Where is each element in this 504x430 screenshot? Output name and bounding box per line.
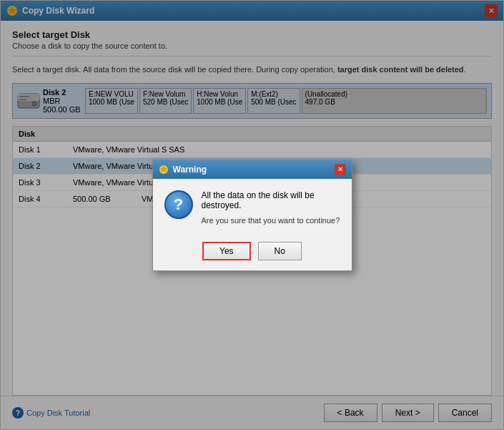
warning-modal: Warning ✕ ? All the data on the disk wil…	[152, 160, 352, 271]
modal-warning-icon	[159, 165, 169, 175]
modal-question-icon: ?	[164, 190, 193, 219]
modal-line1: All the data on the disk will be destroy…	[202, 190, 340, 210]
modal-title-left: Warning	[159, 165, 207, 175]
modal-title-bar: Warning ✕	[153, 160, 352, 179]
modal-yes-button[interactable]: Yes	[202, 242, 251, 260]
modal-close-button[interactable]: ✕	[335, 164, 346, 175]
modal-line2: Are you sure that you want to continue?	[202, 216, 340, 225]
modal-buttons: Yes No	[153, 236, 352, 270]
modal-text: All the data on the disk will be destroy…	[202, 190, 340, 225]
modal-body: ? All the data on the disk will be destr…	[153, 179, 352, 236]
modal-title: Warning	[173, 165, 207, 175]
main-window: Copy Disk Wizard ✕ Select target Disk Ch…	[0, 0, 504, 430]
modal-overlay: Warning ✕ ? All the data on the disk wil…	[1, 1, 503, 429]
modal-no-button[interactable]: No	[258, 242, 302, 260]
